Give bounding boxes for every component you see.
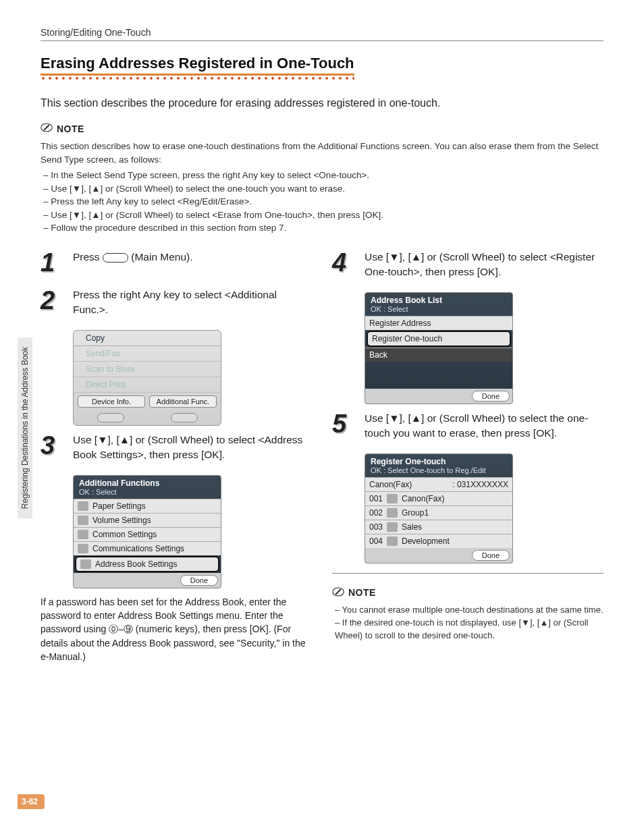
menu-label: Copy bbox=[86, 333, 105, 343]
menu-item: Send/Fax bbox=[74, 346, 221, 362]
step-text: Use [▼], [▲] or (Scroll Wheel) to select… bbox=[365, 411, 603, 441]
volume-icon bbox=[78, 516, 88, 525]
step-1: 1 Press (Main Menu). bbox=[41, 250, 312, 275]
menu-label: Scan to Store bbox=[86, 364, 135, 374]
row-id: 003 bbox=[369, 522, 383, 532]
step-text-a: Press bbox=[73, 251, 103, 263]
menu-item: Copy bbox=[74, 331, 221, 346]
side-tab: Registering Destinations in the Address … bbox=[18, 337, 32, 518]
menu-label: Send/Fax bbox=[86, 349, 120, 358]
screen-register-one-touch: Register One-touch OK : Select One-touch… bbox=[365, 453, 513, 563]
screen-additional-functions: Additional Functions OK : Select Paper S… bbox=[73, 475, 221, 588]
row-label: Canon(Fax) bbox=[402, 494, 444, 503]
main-menu-key-icon bbox=[103, 253, 128, 263]
device-info-button: Device Info. bbox=[78, 395, 145, 408]
row-label: Volume Settings bbox=[92, 516, 151, 525]
note-item: You cannot erase multiple one-touch dest… bbox=[335, 604, 603, 617]
note-heading: NOTE bbox=[332, 586, 603, 600]
step-4: 4 Use [▼], [▲] or (Scroll Wheel) to sele… bbox=[332, 250, 603, 280]
bottom-note-block: NOTE You cannot erase multiple one-touch… bbox=[332, 586, 603, 642]
step-2: 2 Press the right Any key to select <Add… bbox=[41, 287, 312, 318]
screen-row: Register Address bbox=[365, 316, 512, 330]
file-icon bbox=[387, 536, 398, 546]
pencil-icon bbox=[41, 121, 53, 136]
note-item: Use [▼], [▲] or (Scroll Wheel) to select… bbox=[43, 209, 603, 222]
screen-row: Common Settings bbox=[74, 527, 221, 541]
done-button: Done bbox=[472, 391, 510, 402]
screen-title: Address Book List bbox=[371, 296, 442, 305]
note-item: If the desired one-touch is not displaye… bbox=[335, 617, 603, 642]
screen-row: Communications Settings bbox=[74, 541, 221, 555]
step-5: 5 Use [▼], [▲] or (Scroll Wheel) to sele… bbox=[332, 411, 603, 441]
page-number: 3-62 bbox=[18, 794, 45, 809]
note-label: NOTE bbox=[57, 123, 84, 134]
screen-subtitle: OK : Select bbox=[371, 305, 507, 313]
note-list: In the Select Send Type screen, press th… bbox=[41, 169, 603, 235]
row-label: Communications Settings bbox=[92, 544, 184, 553]
bottom-note-list: You cannot erase multiple one-touch dest… bbox=[332, 604, 603, 642]
common-icon bbox=[78, 530, 88, 539]
running-header: Storing/Editing One-Touch bbox=[41, 27, 603, 41]
comm-icon bbox=[78, 544, 88, 553]
step-text: Press the right Any key to select <Addit… bbox=[73, 287, 312, 318]
note-heading: NOTE bbox=[41, 121, 603, 136]
done-button: Done bbox=[180, 575, 218, 586]
oval-key-icon bbox=[97, 413, 124, 422]
row-id: 002 bbox=[369, 508, 383, 518]
note-item: In the Select Send Type screen, press th… bbox=[43, 169, 603, 182]
row-label: Paper Settings bbox=[92, 501, 146, 511]
note-item: Press the left Any key to select <Reg/Ed… bbox=[43, 195, 603, 209]
intro-text: This section describes the procedure for… bbox=[41, 97, 603, 109]
menu-label: Direct Print bbox=[86, 380, 126, 389]
step-number: 5 bbox=[332, 411, 355, 441]
note-intro: This section describes how to erase one-… bbox=[41, 140, 603, 166]
screen-subtitle: OK : Select One-touch to Reg./Edit bbox=[371, 466, 507, 474]
step-number: 3 bbox=[41, 433, 63, 463]
page-title: Erasing Addresses Registered in One-Touc… bbox=[41, 55, 354, 76]
row-label: Group1 bbox=[402, 508, 429, 518]
step-number: 4 bbox=[332, 250, 355, 280]
step-3: 3 Use [▼], [▲] or (Scroll Wheel) to sele… bbox=[41, 433, 312, 463]
screen-header-row: Canon(Fax) : 031XXXXXXX bbox=[365, 477, 512, 491]
screen-row: Volume Settings bbox=[74, 513, 221, 527]
screen-row: Back bbox=[365, 348, 512, 362]
menu-item: Scan to Store bbox=[74, 362, 221, 377]
step-text: Use [▼], [▲] or (Scroll Wheel) to select… bbox=[73, 433, 312, 463]
menu-item: Direct Print bbox=[74, 377, 221, 393]
step-text: Use [▼], [▲] or (Scroll Wheel) to select… bbox=[365, 250, 603, 280]
paper-icon bbox=[78, 501, 88, 511]
fax-icon bbox=[387, 494, 398, 503]
step-3-note: If a password has been set for the Addre… bbox=[41, 595, 312, 663]
additional-func-button: Additional Func. bbox=[149, 395, 217, 408]
screen-row: 002Group1 bbox=[365, 505, 512, 520]
step-number: 2 bbox=[41, 287, 63, 318]
screen-row: 004Development bbox=[365, 534, 512, 548]
header-left: Canon(Fax) bbox=[369, 480, 412, 489]
step-number: 1 bbox=[41, 250, 63, 275]
screen-row: Paper Settings bbox=[74, 499, 221, 513]
screen-title: Additional Functions bbox=[79, 478, 159, 488]
pencil-icon bbox=[332, 586, 344, 600]
group-icon bbox=[387, 508, 398, 518]
row-id: 001 bbox=[369, 494, 383, 503]
note-item: Use [▼], [▲] or (Scroll Wheel) to select… bbox=[43, 182, 603, 196]
screen-main-menu: Copy Send/Fax Scan to Store Direct Print… bbox=[73, 330, 221, 426]
row-label: Common Settings bbox=[92, 530, 157, 539]
row-label: Address Book Settings bbox=[95, 559, 177, 569]
right-column: 4 Use [▼], [▲] or (Scroll Wheel) to sele… bbox=[332, 250, 603, 663]
row-id: 004 bbox=[369, 536, 383, 546]
note-label: NOTE bbox=[348, 587, 376, 598]
book-icon bbox=[80, 559, 91, 569]
screen-row-selected: Register One-touch bbox=[367, 331, 511, 347]
screen-address-book-list: Address Book List OK : Select Register A… bbox=[365, 292, 513, 404]
screen-title: Register One-touch bbox=[371, 457, 446, 466]
row-label: Development bbox=[402, 536, 450, 546]
step-text-b: (Main Menu). bbox=[131, 251, 192, 263]
row-label: Sales bbox=[402, 522, 422, 532]
screen-row: 003Sales bbox=[365, 520, 512, 534]
done-button: Done bbox=[472, 550, 510, 561]
screen-subtitle: OK : Select bbox=[79, 488, 215, 496]
note-item: Follow the procedure described in this s… bbox=[43, 221, 603, 235]
oval-key-icon bbox=[171, 413, 198, 422]
left-column: 1 Press (Main Menu). 2 Press the right A… bbox=[41, 250, 312, 663]
